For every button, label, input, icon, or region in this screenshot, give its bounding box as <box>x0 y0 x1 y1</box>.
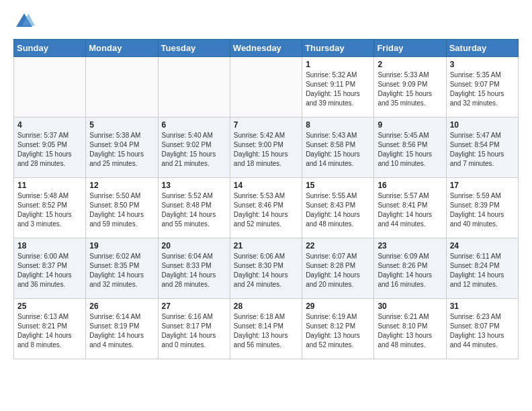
day-info-18: Sunrise: 6:00 AM Sunset: 8:37 PM Dayligh… <box>17 252 82 289</box>
page: SundayMondayTuesdayWednesdayThursdayFrid… <box>0 0 532 367</box>
weekday-header-monday: Monday <box>86 40 158 57</box>
day-cell-25: 25Sunrise: 6:13 AM Sunset: 8:21 PM Dayli… <box>14 299 86 359</box>
day-number-16: 16 <box>378 181 442 190</box>
weekday-header-wednesday: Wednesday <box>230 40 302 57</box>
day-cell-16: 16Sunrise: 5:57 AM Sunset: 8:41 PM Dayli… <box>374 178 446 238</box>
day-info-21: Sunrise: 6:06 AM Sunset: 8:30 PM Dayligh… <box>234 252 298 289</box>
day-info-17: Sunrise: 5:59 AM Sunset: 8:39 PM Dayligh… <box>450 191 515 229</box>
day-info-6: Sunrise: 5:40 AM Sunset: 9:02 PM Dayligh… <box>162 131 226 169</box>
day-cell-6: 6Sunrise: 5:40 AM Sunset: 9:02 PM Daylig… <box>158 118 230 178</box>
week-row-1: 1Sunrise: 5:32 AM Sunset: 9:11 PM Daylig… <box>14 57 519 118</box>
week-row-4: 18Sunrise: 6:00 AM Sunset: 8:37 PM Dayli… <box>14 238 519 299</box>
day-number-24: 24 <box>450 241 515 250</box>
day-cell-24: 24Sunrise: 6:11 AM Sunset: 8:24 PM Dayli… <box>446 238 518 299</box>
day-info-29: Sunrise: 6:19 AM Sunset: 8:12 PM Dayligh… <box>306 312 370 350</box>
day-number-8: 8 <box>306 120 370 130</box>
day-info-8: Sunrise: 5:43 AM Sunset: 8:58 PM Dayligh… <box>306 131 370 169</box>
weekday-header-friday: Friday <box>374 40 446 57</box>
day-info-4: Sunrise: 5:37 AM Sunset: 9:05 PM Dayligh… <box>17 131 82 169</box>
day-number-9: 9 <box>378 120 442 130</box>
day-cell-31: 31Sunrise: 6:23 AM Sunset: 8:07 PM Dayli… <box>446 299 518 359</box>
day-number-31: 31 <box>450 302 515 311</box>
day-info-7: Sunrise: 5:42 AM Sunset: 9:00 PM Dayligh… <box>234 131 298 169</box>
day-cell-15: 15Sunrise: 5:55 AM Sunset: 8:43 PM Dayli… <box>302 178 374 238</box>
day-number-10: 10 <box>450 120 515 130</box>
day-cell-19: 19Sunrise: 6:02 AM Sunset: 8:35 PM Dayli… <box>86 238 158 299</box>
day-cell-10: 10Sunrise: 5:47 AM Sunset: 8:54 PM Dayli… <box>446 118 518 178</box>
day-number-14: 14 <box>234 181 298 190</box>
day-info-26: Sunrise: 6:14 AM Sunset: 8:19 PM Dayligh… <box>89 312 154 350</box>
day-cell-7: 7Sunrise: 5:42 AM Sunset: 9:00 PM Daylig… <box>230 118 302 178</box>
day-cell-3: 3Sunrise: 5:35 AM Sunset: 9:07 PM Daylig… <box>446 57 518 118</box>
day-cell-27: 27Sunrise: 6:16 AM Sunset: 8:17 PM Dayli… <box>158 299 230 359</box>
day-info-11: Sunrise: 5:48 AM Sunset: 8:52 PM Dayligh… <box>17 191 82 229</box>
day-number-7: 7 <box>234 120 298 130</box>
day-cell-21: 21Sunrise: 6:06 AM Sunset: 8:30 PM Dayli… <box>230 238 302 299</box>
logo <box>13 11 38 32</box>
day-number-29: 29 <box>306 302 370 311</box>
empty-cell <box>230 57 302 118</box>
day-number-2: 2 <box>378 60 442 69</box>
day-info-31: Sunrise: 6:23 AM Sunset: 8:07 PM Dayligh… <box>450 312 515 350</box>
day-number-23: 23 <box>378 241 442 250</box>
weekday-header-row: SundayMondayTuesdayWednesdayThursdayFrid… <box>14 40 519 57</box>
day-cell-13: 13Sunrise: 5:52 AM Sunset: 8:48 PM Dayli… <box>158 178 230 238</box>
empty-cell <box>86 57 158 118</box>
weekday-header-saturday: Saturday <box>446 40 518 57</box>
empty-cell <box>14 57 86 118</box>
week-row-3: 11Sunrise: 5:48 AM Sunset: 8:52 PM Dayli… <box>14 178 519 238</box>
day-number-4: 4 <box>17 120 82 130</box>
day-cell-26: 26Sunrise: 6:14 AM Sunset: 8:19 PM Dayli… <box>86 299 158 359</box>
day-number-5: 5 <box>89 120 154 130</box>
day-info-23: Sunrise: 6:09 AM Sunset: 8:26 PM Dayligh… <box>378 252 442 289</box>
week-row-5: 25Sunrise: 6:13 AM Sunset: 8:21 PM Dayli… <box>14 299 519 359</box>
day-cell-2: 2Sunrise: 5:33 AM Sunset: 9:09 PM Daylig… <box>374 57 446 118</box>
day-number-6: 6 <box>162 120 226 130</box>
day-number-26: 26 <box>89 302 154 311</box>
day-info-19: Sunrise: 6:02 AM Sunset: 8:35 PM Dayligh… <box>89 252 154 289</box>
day-cell-8: 8Sunrise: 5:43 AM Sunset: 8:58 PM Daylig… <box>302 118 374 178</box>
day-cell-29: 29Sunrise: 6:19 AM Sunset: 8:12 PM Dayli… <box>302 299 374 359</box>
day-info-24: Sunrise: 6:11 AM Sunset: 8:24 PM Dayligh… <box>450 252 515 289</box>
day-info-20: Sunrise: 6:04 AM Sunset: 8:33 PM Dayligh… <box>162 252 226 289</box>
day-number-27: 27 <box>162 302 226 311</box>
header <box>13 11 519 32</box>
day-cell-5: 5Sunrise: 5:38 AM Sunset: 9:04 PM Daylig… <box>86 118 158 178</box>
day-number-19: 19 <box>89 241 154 250</box>
day-cell-23: 23Sunrise: 6:09 AM Sunset: 8:26 PM Dayli… <box>374 238 446 299</box>
day-number-22: 22 <box>306 241 370 250</box>
day-number-28: 28 <box>234 302 298 311</box>
day-cell-18: 18Sunrise: 6:00 AM Sunset: 8:37 PM Dayli… <box>14 238 86 299</box>
calendar: SundayMondayTuesdayWednesdayThursdayFrid… <box>13 39 519 359</box>
logo-icon <box>13 11 35 32</box>
day-info-25: Sunrise: 6:13 AM Sunset: 8:21 PM Dayligh… <box>17 312 82 350</box>
day-info-1: Sunrise: 5:32 AM Sunset: 9:11 PM Dayligh… <box>306 71 370 108</box>
day-number-13: 13 <box>162 181 226 190</box>
day-cell-12: 12Sunrise: 5:50 AM Sunset: 8:50 PM Dayli… <box>86 178 158 238</box>
day-number-3: 3 <box>450 60 515 69</box>
day-info-22: Sunrise: 6:07 AM Sunset: 8:28 PM Dayligh… <box>306 252 370 289</box>
day-cell-20: 20Sunrise: 6:04 AM Sunset: 8:33 PM Dayli… <box>158 238 230 299</box>
day-info-10: Sunrise: 5:47 AM Sunset: 8:54 PM Dayligh… <box>450 131 515 169</box>
day-cell-9: 9Sunrise: 5:45 AM Sunset: 8:56 PM Daylig… <box>374 118 446 178</box>
day-info-2: Sunrise: 5:33 AM Sunset: 9:09 PM Dayligh… <box>378 71 442 108</box>
day-number-18: 18 <box>17 241 82 250</box>
weekday-header-tuesday: Tuesday <box>158 40 230 57</box>
empty-cell <box>158 57 230 118</box>
day-cell-30: 30Sunrise: 6:21 AM Sunset: 8:10 PM Dayli… <box>374 299 446 359</box>
day-number-30: 30 <box>378 302 442 311</box>
day-info-12: Sunrise: 5:50 AM Sunset: 8:50 PM Dayligh… <box>89 191 154 229</box>
day-info-16: Sunrise: 5:57 AM Sunset: 8:41 PM Dayligh… <box>378 191 442 229</box>
day-info-15: Sunrise: 5:55 AM Sunset: 8:43 PM Dayligh… <box>306 191 370 229</box>
day-number-21: 21 <box>234 241 298 250</box>
week-row-2: 4Sunrise: 5:37 AM Sunset: 9:05 PM Daylig… <box>14 118 519 178</box>
day-info-5: Sunrise: 5:38 AM Sunset: 9:04 PM Dayligh… <box>89 131 154 169</box>
day-info-13: Sunrise: 5:52 AM Sunset: 8:48 PM Dayligh… <box>162 191 226 229</box>
day-info-3: Sunrise: 5:35 AM Sunset: 9:07 PM Dayligh… <box>450 71 515 108</box>
day-cell-22: 22Sunrise: 6:07 AM Sunset: 8:28 PM Dayli… <box>302 238 374 299</box>
day-number-11: 11 <box>17 181 82 190</box>
day-cell-11: 11Sunrise: 5:48 AM Sunset: 8:52 PM Dayli… <box>14 178 86 238</box>
day-info-27: Sunrise: 6:16 AM Sunset: 8:17 PM Dayligh… <box>162 312 226 350</box>
day-number-17: 17 <box>450 181 515 190</box>
day-cell-17: 17Sunrise: 5:59 AM Sunset: 8:39 PM Dayli… <box>446 178 518 238</box>
